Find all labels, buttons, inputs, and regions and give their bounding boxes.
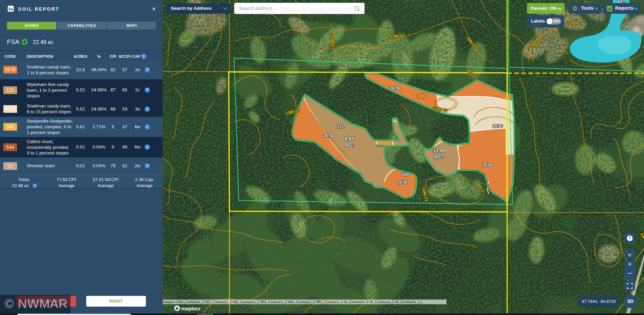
svg-text:267B: 267B bbox=[482, 163, 492, 168]
svg-text:mapbox: mapbox bbox=[181, 306, 201, 311]
svg-text:1390 FT: 1390 FT bbox=[390, 34, 405, 39]
svg-text:8.65: 8.65 bbox=[344, 136, 354, 141]
svg-text:AC.: AC. bbox=[434, 154, 443, 160]
svg-text:267B: 267B bbox=[397, 180, 407, 185]
svg-text:13.89: 13.89 bbox=[433, 147, 446, 153]
svg-text:267B: 267B bbox=[390, 86, 400, 91]
svg-text:267C: 267C bbox=[493, 124, 503, 129]
svg-text:540: 540 bbox=[402, 172, 409, 177]
svg-text:AC.: AC. bbox=[345, 142, 354, 148]
svg-text:121: 121 bbox=[337, 124, 344, 129]
svg-text:267B: 267B bbox=[323, 134, 333, 138]
